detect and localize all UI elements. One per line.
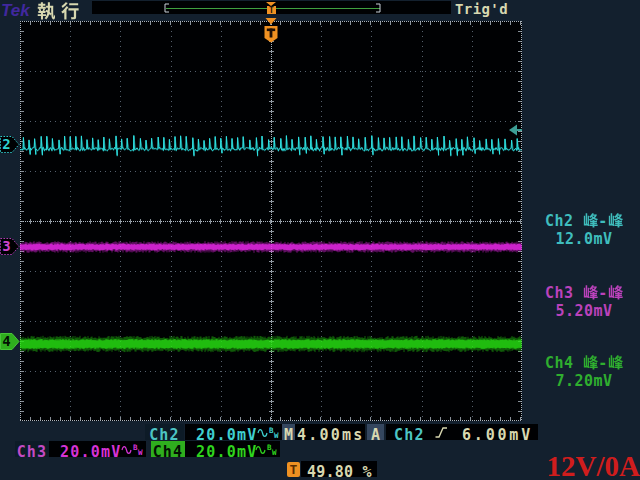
trigger-level-value: 6.00mV (462, 426, 538, 444)
ch4-trace (20, 336, 521, 352)
svg-text:4: 4 (2, 333, 10, 349)
ch3-coupling-bw-icon: B W (121, 444, 145, 456)
ch2-coupling-bw-icon: B W (257, 427, 281, 439)
channel-4-marker[interactable]: 4 (0, 333, 20, 350)
svg-text:2: 2 (2, 136, 10, 152)
ch4-readout-value-box[interactable]: 20.0mV B W (185, 441, 280, 457)
horizontal-prefix: M (282, 426, 295, 444)
measurement-ch3-label: Ch3 - (528, 284, 640, 302)
horizontal-readout-value-box[interactable]: 4.00ms (295, 424, 365, 440)
trigger-mode: A (367, 426, 384, 444)
oscilloscope-screen: Tek T Trig'd 2 3 (0, 0, 640, 480)
overlay-annotation: 12V/0A (547, 450, 640, 480)
svg-text:W: W (274, 431, 279, 439)
trigger-slope-icon (435, 427, 448, 438)
ch3-readout-label-box[interactable]: Ch3 (15, 441, 49, 457)
trigger-readout-box[interactable]: Ch2 6.00mV (386, 424, 538, 440)
ch4-coupling-bw-icon: B W (255, 444, 279, 456)
measurement-ch3: Ch3 - 5.20mV (528, 284, 640, 320)
ch4-readout-label-box[interactable]: Ch4 (151, 441, 185, 457)
horizontal-readout-prefix-box[interactable]: M (282, 424, 295, 440)
waveform-traces (20, 21, 522, 421)
ch2-trace (20, 136, 521, 157)
svg-text:3: 3 (2, 238, 10, 254)
trigger-position-value: 49.80 % (307, 463, 377, 480)
ch3-trace (20, 241, 521, 253)
svg-text:T: T (269, 6, 274, 14)
acquisition-record-bar[interactable]: T (92, 1, 451, 14)
ch2-readout-label-box[interactable]: Ch2 (145, 424, 184, 440)
measurement-ch4: Ch4 - 7.20mV (528, 354, 640, 390)
acquisition-status (37, 1, 86, 22)
graticule[interactable] (20, 21, 522, 421)
trigger-position-marker[interactable] (262, 18, 280, 43)
trigger-position-icon-letter: T (287, 462, 300, 477)
record-trigger-marker: T (266, 2, 276, 14)
trigger-position-box[interactable]: 49.80 % (301, 461, 377, 477)
svg-text:W: W (138, 448, 143, 456)
channel-2-marker[interactable]: 2 (0, 136, 20, 153)
horizontal-scale-value: 4.00ms (297, 426, 365, 444)
measurement-ch2-value: 12.0mV (528, 230, 640, 248)
trigger-mode-box[interactable]: A (367, 424, 384, 440)
trigger-status: Trig'd (455, 1, 508, 17)
measurement-ch4-value: 7.20mV (528, 372, 640, 390)
channel-3-marker[interactable]: 3 (0, 238, 20, 255)
tek-logo: Tek (1, 1, 30, 21)
ch4-readout-label: Ch4 (151, 443, 185, 461)
ch3-readout-value-box[interactable]: 20.0mV B W (49, 441, 146, 457)
ch2-readout-value-box[interactable]: 20.0mV B W (185, 424, 282, 440)
trigger-level-marker[interactable] (508, 124, 522, 137)
measurement-ch3-value: 5.20mV (528, 302, 640, 320)
measurement-ch2-label: Ch2 - (528, 212, 640, 230)
measurement-ch4-label: Ch4 - (528, 354, 640, 372)
trigger-position-icon: T (287, 462, 300, 477)
svg-text:W: W (272, 448, 277, 456)
measurement-ch2: Ch2 - 12.0mV (528, 212, 640, 248)
ch3-readout-label: Ch3 (15, 443, 49, 461)
